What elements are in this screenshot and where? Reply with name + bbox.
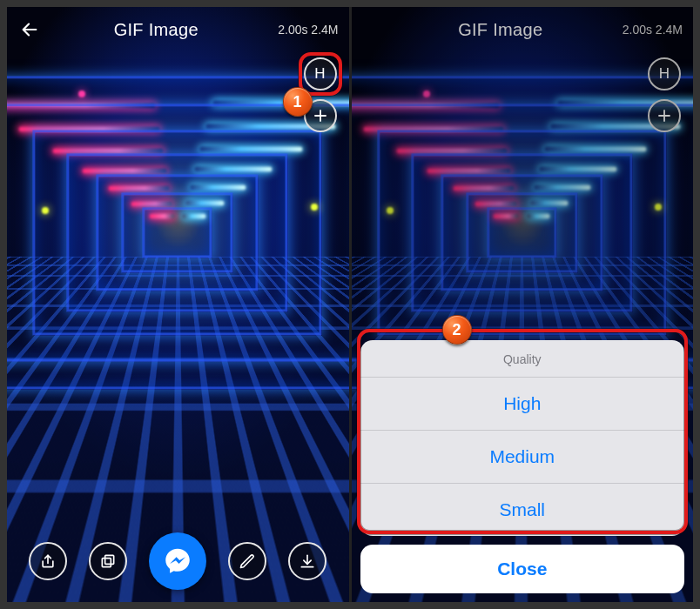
back-button[interactable]: [17, 17, 42, 42]
phone-left: GIF Image 2.00s 2.4M H 1: [7, 7, 349, 602]
quality-option-medium[interactable]: Medium: [360, 430, 685, 483]
bottom-bar: [7, 532, 349, 590]
sheet-close-button[interactable]: Close: [360, 545, 685, 593]
svg-rect-5: [102, 559, 111, 567]
svg-rect-4: [105, 555, 114, 564]
quality-button[interactable]: H: [304, 57, 337, 90]
page-title: GIF Image: [42, 20, 271, 40]
sheet-header: Quality: [360, 340, 685, 377]
add-button[interactable]: [304, 99, 337, 132]
edit-button[interactable]: [228, 542, 266, 580]
share-icon: [39, 552, 57, 570]
pencil-icon: [239, 552, 256, 570]
quality-action-sheet: Quality High Medium Small Close: [360, 340, 685, 593]
plus-icon: [313, 108, 328, 124]
layers-icon: [99, 552, 117, 570]
messenger-button[interactable]: [149, 532, 206, 590]
phone-right: GIF Image 2.00s 2.4M H Quality High Medi…: [349, 7, 694, 602]
quality-option-small[interactable]: Small: [360, 483, 685, 536]
download-icon: [299, 552, 316, 570]
layers-button[interactable]: [89, 542, 127, 580]
share-button[interactable]: [29, 542, 67, 580]
preview-image: [7, 7, 349, 602]
top-bar: GIF Image 2.00s 2.4M: [7, 7, 349, 52]
messenger-icon: [163, 546, 192, 576]
file-meta: 2.00s 2.4M: [271, 23, 339, 37]
quality-option-high[interactable]: High: [360, 377, 685, 430]
download-button[interactable]: [288, 542, 326, 580]
back-arrow-icon: [20, 20, 39, 39]
